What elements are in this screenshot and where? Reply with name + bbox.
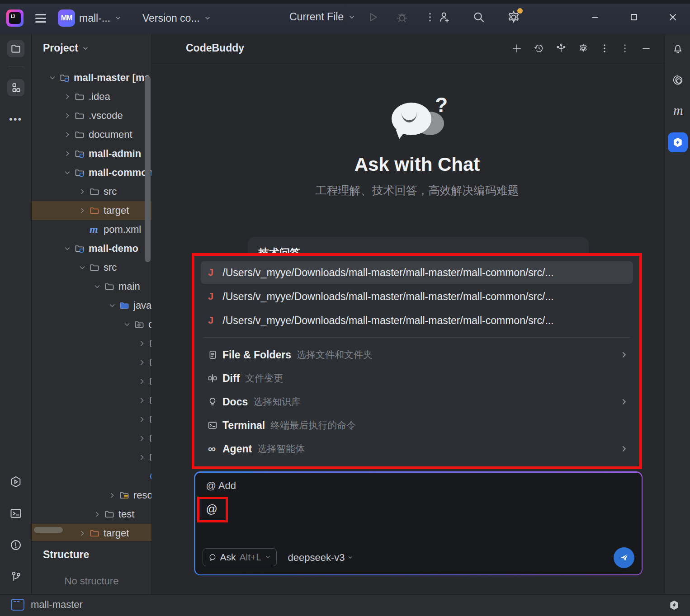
- run-button[interactable]: [367, 11, 379, 23]
- chevron-right-icon[interactable]: [93, 510, 101, 518]
- project-switcher[interactable]: MM mall-...: [58, 9, 122, 27]
- chevron-right-icon[interactable]: [138, 396, 146, 404]
- model-selector[interactable]: deepseek-v3: [288, 552, 354, 564]
- maximize-window-button[interactable]: [629, 12, 639, 23]
- run-configuration-selector[interactable]: Current File: [289, 0, 355, 34]
- chevron-right-icon[interactable]: [138, 415, 146, 423]
- tree-item-target[interactable]: target: [32, 201, 151, 220]
- chevron-right-icon[interactable]: [78, 188, 86, 196]
- tree-horizontal-scrollbar[interactable]: [34, 527, 63, 533]
- more-actions-button[interactable]: [425, 11, 435, 23]
- tree-item-document[interactable]: document: [32, 125, 151, 144]
- chevron-down-icon: [347, 555, 353, 560]
- status-project-widget[interactable]: mall-master: [11, 599, 83, 611]
- chevron-down-icon[interactable]: [108, 301, 116, 310]
- structure-tool-button[interactable]: [7, 79, 24, 96]
- terminal-tool-button[interactable]: [7, 505, 24, 522]
- tree-item-mall-master--ma[interactable]: mall-master [ma: [32, 68, 151, 87]
- tree-item-folder[interactable]: [32, 429, 151, 448]
- tree-item-folder[interactable]: [32, 410, 151, 429]
- chevron-right-icon[interactable]: [63, 112, 71, 120]
- problems-tool-button[interactable]: [7, 536, 24, 554]
- settings-button[interactable]: [506, 10, 521, 24]
- services-tool-button[interactable]: [7, 473, 24, 490]
- tree-item-class[interactable]: [32, 467, 151, 486]
- chevron-down-icon[interactable]: [48, 74, 57, 82]
- add-context-button[interactable]: @ Add: [206, 480, 236, 492]
- chevron-down-icon[interactable]: [63, 245, 71, 253]
- chat-input[interactable]: @ Add @ Ask Alt+L deepseek-v3: [195, 473, 642, 574]
- status-codebuddy-widget[interactable]: [668, 599, 680, 611]
- tree-item-label: com: [148, 319, 151, 330]
- chevron-right-icon[interactable]: [138, 434, 146, 442]
- tree-item-pom.xml[interactable]: mpom.xml: [32, 220, 151, 239]
- chevron-down-icon[interactable]: [93, 282, 101, 291]
- project-tool-button[interactable]: [7, 40, 24, 57]
- main-menu-button[interactable]: [33, 11, 49, 25]
- new-chat-button[interactable]: [511, 43, 522, 54]
- history-button[interactable]: [534, 43, 544, 54]
- tree-item-src[interactable]: src: [32, 258, 151, 277]
- folder-resources-icon: [119, 490, 129, 500]
- tree-item-main[interactable]: main: [32, 277, 151, 296]
- chevron-right-icon[interactable]: [108, 491, 116, 499]
- welcome-subtitle: 工程理解、技术回答，高效解决编码难题: [192, 183, 642, 198]
- tree-item-java[interactable]: java: [32, 296, 151, 315]
- chevron-right-icon[interactable]: [63, 150, 71, 158]
- chevron-right-icon[interactable]: [78, 207, 86, 215]
- hide-panel-button[interactable]: [641, 43, 652, 54]
- notifications-button[interactable]: [671, 42, 684, 55]
- chevron-right-icon[interactable]: [78, 529, 86, 537]
- search-everywhere-button[interactable]: [472, 10, 486, 24]
- close-window-button[interactable]: [667, 12, 678, 23]
- code-with-me-button[interactable]: [438, 10, 451, 24]
- tree-item-label: mall-common: [89, 167, 151, 179]
- chevron-right-icon[interactable]: [138, 377, 146, 386]
- chevron-down-icon[interactable]: [123, 320, 131, 329]
- chevron-down-icon[interactable]: [78, 263, 86, 272]
- tree-item-label: mall-demo: [89, 243, 138, 254]
- chevron-right-icon[interactable]: [63, 131, 71, 139]
- mcp-plugin-button[interactable]: [556, 43, 567, 54]
- ai-assistant-button[interactable]: [671, 74, 684, 86]
- more-tool-windows-button[interactable]: •••: [9, 113, 22, 125]
- tree-item-folder[interactable]: [32, 391, 151, 410]
- panel-options-button[interactable]: [620, 43, 629, 54]
- tree-item-test[interactable]: test: [32, 505, 151, 524]
- tree-item-label: target: [104, 205, 129, 216]
- codebuddy-tool-button[interactable]: [668, 132, 688, 152]
- project-window-icon: [11, 599, 24, 611]
- tree-item-mall-demo[interactable]: mall-demo: [32, 239, 151, 258]
- tree-item-folder[interactable]: [32, 353, 151, 372]
- more-options-button[interactable]: [600, 43, 609, 54]
- chevron-right-icon[interactable]: [138, 339, 146, 348]
- maven-tool-button[interactable]: m: [673, 103, 683, 118]
- vcs-widget[interactable]: Version co...: [142, 12, 211, 24]
- tree-item-folder[interactable]: [32, 334, 151, 353]
- settings-notification-badge: [517, 8, 523, 14]
- chevron-right-icon[interactable]: [138, 358, 146, 367]
- minimize-window-button[interactable]: [590, 12, 600, 23]
- tree-item-com[interactable]: com: [32, 315, 151, 334]
- tree-item-label: pom.xml: [104, 224, 141, 235]
- tree-item-resources[interactable]: resources: [32, 486, 151, 505]
- chevron-down-icon[interactable]: [63, 169, 71, 177]
- tree-item-.idea[interactable]: .idea: [32, 87, 151, 106]
- mode-selector[interactable]: Ask Alt+L: [203, 548, 277, 566]
- tree-item-mall-common[interactable]: mall-common: [32, 163, 151, 182]
- tree-item-src[interactable]: src: [32, 182, 151, 201]
- tree-vertical-scrollbar[interactable]: [145, 76, 151, 262]
- git-tool-button[interactable]: [7, 568, 24, 585]
- project-panel-header[interactable]: Project: [43, 42, 89, 54]
- chevron-right-icon[interactable]: [63, 93, 71, 101]
- tree-item-folder[interactable]: [32, 448, 151, 467]
- tree-item-mall-admin[interactable]: mall-admin: [32, 144, 151, 163]
- chevron-right-icon[interactable]: [138, 453, 146, 461]
- folder-icon: [75, 111, 85, 121]
- folder-excluded-icon: [90, 206, 99, 216]
- tree-item-folder[interactable]: [32, 372, 151, 391]
- debug-button[interactable]: [396, 11, 408, 23]
- tree-item-.vscode[interactable]: .vscode: [32, 106, 151, 125]
- send-button[interactable]: [614, 547, 634, 568]
- codebuddy-settings-button[interactable]: [578, 43, 589, 54]
